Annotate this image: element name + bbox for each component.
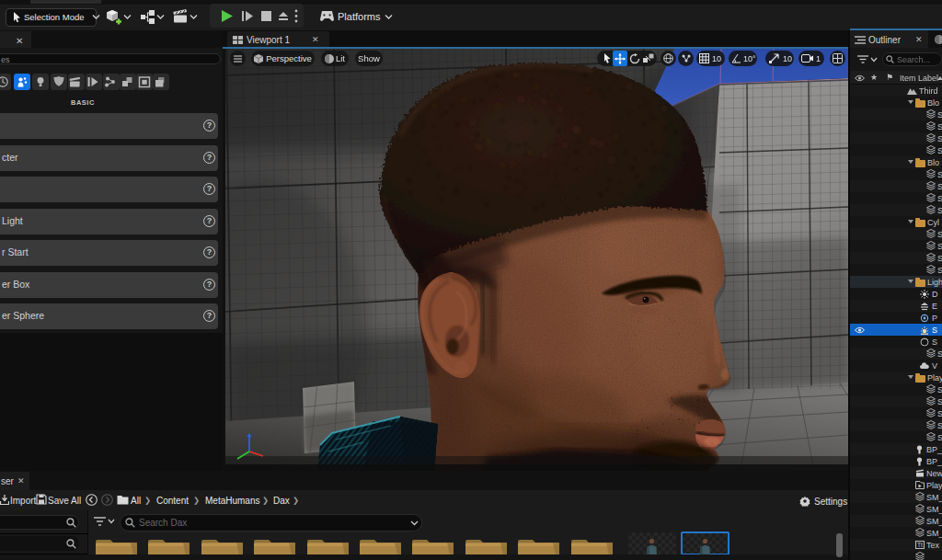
- svg-text:Tt: Tt: [917, 542, 923, 548]
